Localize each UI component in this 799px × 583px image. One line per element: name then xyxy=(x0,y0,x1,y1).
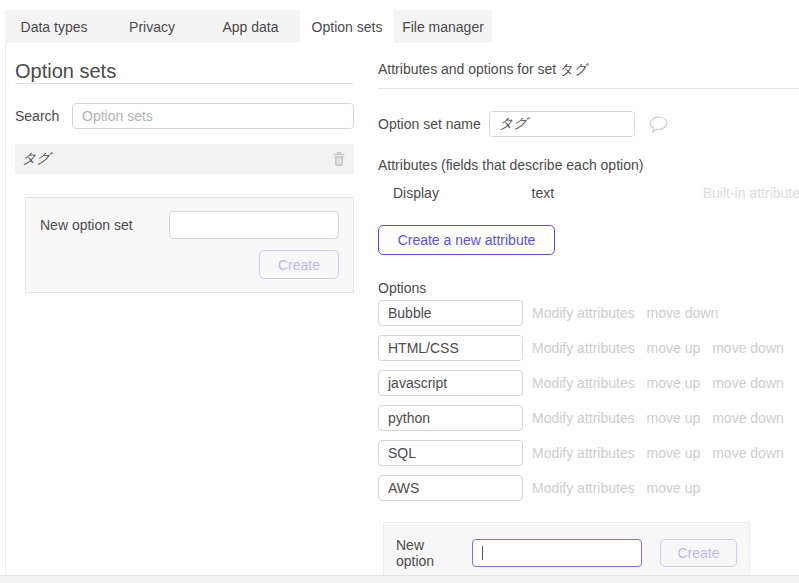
option-set-list-item[interactable]: タグ xyxy=(15,144,354,174)
comment-bubble-icon[interactable] xyxy=(649,116,668,133)
left-panel-divider xyxy=(15,83,354,84)
option-actions: Modify attributes move up move down xyxy=(532,445,784,461)
option-value-input[interactable] xyxy=(378,440,523,466)
option-sets-list-panel: Option sets Search タグ xyxy=(15,43,354,293)
bottom-edge-strip xyxy=(0,575,799,583)
option-value-input[interactable] xyxy=(378,405,523,431)
create-option-button[interactable]: Create xyxy=(660,539,737,567)
option-row: Modify attributes move down xyxy=(378,300,799,326)
move-down-link[interactable]: move down xyxy=(647,305,719,321)
modify-attributes-link[interactable]: Modify attributes xyxy=(532,305,635,321)
modify-attributes-link[interactable]: Modify attributes xyxy=(532,340,635,356)
move-up-link[interactable]: move up xyxy=(647,410,701,426)
new-option-label: New option xyxy=(396,537,462,569)
modify-attributes-link[interactable]: Modify attributes xyxy=(532,445,635,461)
delete-option-set-icon trash-icon[interactable] xyxy=(333,152,345,166)
tab-file-manager[interactable]: File manager xyxy=(394,10,492,43)
create-attribute-button[interactable]: Create a new attribute xyxy=(378,225,555,255)
move-up-link[interactable]: move up xyxy=(647,480,701,496)
detail-panel-title: Attributes and options for set タグ xyxy=(378,61,799,77)
move-down-link[interactable]: move down xyxy=(712,445,784,461)
modify-attributes-link[interactable]: Modify attributes xyxy=(532,410,635,426)
new-option-row: New option Create xyxy=(396,537,737,569)
attribute-type: text xyxy=(532,185,703,201)
move-up-link[interactable]: move up xyxy=(647,375,701,391)
modify-attributes-link[interactable]: Modify attributes xyxy=(532,480,635,496)
option-set-name-input[interactable] xyxy=(489,111,635,137)
tab-privacy[interactable]: Privacy xyxy=(103,10,201,43)
data-tabbar: Data types Privacy App data Option sets … xyxy=(5,10,492,43)
option-set-name: タグ xyxy=(22,150,51,168)
move-down-link[interactable]: move down xyxy=(712,410,784,426)
attribute-row: Display text Built-in attribute xyxy=(378,185,799,201)
options-heading: Options xyxy=(378,280,799,296)
option-actions: Modify attributes move up xyxy=(532,480,700,496)
option-row: Modify attributes move up move down xyxy=(378,370,799,396)
option-value-input[interactable] xyxy=(378,300,523,326)
option-actions: Modify attributes move up move down xyxy=(532,410,784,426)
option-sets-page: Data types Privacy App data Option sets … xyxy=(0,0,799,583)
new-option-box: New option Create xyxy=(383,522,750,575)
attributes-heading: Attributes (fields that describe each op… xyxy=(378,157,799,173)
attribute-builtin-note: Built-in attribute xyxy=(703,185,799,201)
create-option-set-button[interactable]: Create xyxy=(259,250,339,279)
option-row: Modify attributes move up move down xyxy=(378,440,799,466)
new-option-set-actions: Create xyxy=(40,250,339,279)
option-actions: Modify attributes move up move down xyxy=(532,340,784,356)
option-value-input[interactable] xyxy=(378,475,523,501)
search-input[interactable] xyxy=(72,103,354,129)
new-option-set-box: New option set Create xyxy=(25,197,354,293)
attribute-name: Display xyxy=(378,185,532,201)
move-down-link[interactable]: move down xyxy=(712,340,784,356)
option-row: Modify attributes move up move down xyxy=(378,405,799,431)
move-up-link[interactable]: move up xyxy=(647,340,701,356)
option-set-name-row: Option set name xyxy=(378,111,799,137)
option-value-input[interactable] xyxy=(378,335,523,361)
text-caret xyxy=(482,546,483,560)
tab-app-data[interactable]: App data xyxy=(201,10,300,43)
option-actions: Modify attributes move up move down xyxy=(532,375,784,391)
move-up-link[interactable]: move up xyxy=(647,445,701,461)
option-value-input[interactable] xyxy=(378,370,523,396)
option-set-detail-panel: Attributes and options for set タグ Option… xyxy=(378,43,799,575)
content-area: Option sets Search タグ xyxy=(5,43,799,575)
search-label: Search xyxy=(15,108,72,124)
tab-option-sets[interactable]: Option sets xyxy=(300,10,394,43)
option-set-name-label: Option set name xyxy=(378,116,489,132)
new-option-set-input[interactable] xyxy=(169,211,339,239)
option-actions: Modify attributes move down xyxy=(532,305,718,321)
move-down-link[interactable]: move down xyxy=(712,375,784,391)
modify-attributes-link[interactable]: Modify attributes xyxy=(532,375,635,391)
new-option-input[interactable] xyxy=(472,539,642,567)
new-option-input-wrap xyxy=(472,539,642,567)
tab-data-types[interactable]: Data types xyxy=(5,10,103,43)
new-option-set-row: New option set xyxy=(40,211,339,239)
option-row: Modify attributes move up move down xyxy=(378,335,799,361)
detail-panel-divider xyxy=(378,88,799,89)
search-row: Search xyxy=(15,103,354,129)
new-option-set-label: New option set xyxy=(40,217,169,233)
option-row: Modify attributes move up xyxy=(378,475,799,501)
page-title: Option sets xyxy=(15,59,354,83)
